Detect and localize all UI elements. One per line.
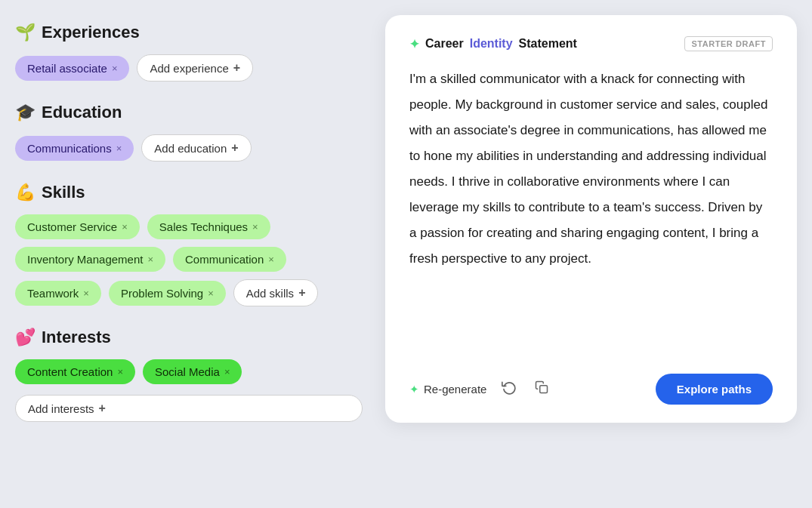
starter-draft-badge: STARTER DRAFT <box>684 36 773 51</box>
skills-emoji: 💪 <box>15 183 36 202</box>
skills-title: 💪 Skills <box>15 183 363 202</box>
tag-problem-solving-label: Problem Solving <box>121 287 203 300</box>
tag-communications-close[interactable]: × <box>116 143 122 154</box>
add-experience-label: Add experience <box>150 62 228 75</box>
skills-section: 💪 Skills Customer Service × Sales Techni… <box>15 183 363 306</box>
experiences-section: 🌱 Experiences Retail associate × Add exp… <box>15 23 363 82</box>
tag-communication-label: Communication <box>185 253 264 266</box>
tag-social-media-label: Social Media <box>155 365 220 378</box>
tag-social-media-close[interactable]: × <box>224 366 230 377</box>
skills-tags-row: Customer Service × Sales Techniques × In… <box>15 214 363 306</box>
footer-left-actions: ✦ Re-generate <box>409 377 551 402</box>
education-title-text: Education <box>42 103 122 122</box>
tag-sales-techniques-label: Sales Techniques <box>159 220 248 233</box>
tag-problem-solving[interactable]: Problem Solving × <box>109 281 226 306</box>
tag-social-media[interactable]: Social Media × <box>143 359 242 384</box>
tag-inventory-management[interactable]: Inventory Management × <box>15 247 165 272</box>
experiences-title: 🌱 Experiences <box>15 23 363 42</box>
add-skills-plus: + <box>298 286 305 300</box>
add-experience-button[interactable]: Add experience + <box>137 54 253 82</box>
add-interests-plus: + <box>99 402 106 415</box>
card-title-statement: Statement <box>519 37 577 51</box>
tag-communications-label: Communications <box>27 142 112 155</box>
education-title: 🎓 Education <box>15 103 363 122</box>
regenerate-label: Re-generate <box>424 383 486 396</box>
regenerate-button[interactable]: ✦ Re-generate <box>409 383 486 396</box>
add-skills-button[interactable]: Add skills + <box>233 279 319 306</box>
explore-paths-button[interactable]: Explore paths <box>656 374 773 405</box>
card-header: ✦ Career Identity Statement STARTER DRAF… <box>409 36 773 51</box>
tag-communication[interactable]: Communication × <box>173 247 286 272</box>
add-education-label: Add education <box>154 142 227 155</box>
card-footer: ✦ Re-generate Explore paths <box>409 362 773 405</box>
tag-sales-techniques[interactable]: Sales Techniques × <box>147 214 270 239</box>
education-emoji: 🎓 <box>15 103 36 122</box>
tag-inventory-management-label: Inventory Management <box>27 253 143 266</box>
tag-sales-techniques-close[interactable]: × <box>252 221 258 232</box>
tag-teamwork-label: Teamwork <box>27 287 79 300</box>
left-panel: 🌱 Experiences Retail associate × Add exp… <box>15 15 363 451</box>
tag-retail-associate[interactable]: Retail associate × <box>15 56 129 81</box>
add-interests-label: Add interests <box>28 402 94 415</box>
card-title-career: Career <box>425 37 464 51</box>
tag-content-creation[interactable]: Content Creation × <box>15 359 135 384</box>
tag-retail-associate-label: Retail associate <box>27 62 107 75</box>
interests-tags-row: Content Creation × Social Media × Add in… <box>15 359 363 422</box>
interests-title-text: Interests <box>42 328 111 347</box>
card-title-identity: Identity <box>470 37 513 51</box>
card-title-icon: ✦ <box>409 37 419 51</box>
tag-content-creation-label: Content Creation <box>27 365 113 378</box>
tag-content-creation-close[interactable]: × <box>117 366 123 377</box>
copy-button[interactable] <box>532 377 551 401</box>
regenerate-icon: ✦ <box>409 383 419 396</box>
skills-title-text: Skills <box>42 183 85 202</box>
interests-title: 💕 Interests <box>15 328 363 347</box>
experiences-tags-row: Retail associate × Add experience + <box>15 54 363 82</box>
card-body: I'm a skilled communicator with a knack … <box>409 66 773 343</box>
card-title: ✦ Career Identity Statement <box>409 37 577 51</box>
tag-customer-service-label: Customer Service <box>27 220 117 233</box>
tag-communication-close[interactable]: × <box>268 254 274 265</box>
tag-communications[interactable]: Communications × <box>15 136 134 161</box>
tag-customer-service-close[interactable]: × <box>122 221 128 232</box>
add-experience-plus: + <box>233 61 240 75</box>
tag-teamwork-close[interactable]: × <box>83 288 89 299</box>
experiences-emoji: 🌱 <box>15 23 36 42</box>
education-section: 🎓 Education Communications × Add educati… <box>15 103 363 162</box>
experiences-title-text: Experiences <box>42 23 140 42</box>
education-tags-row: Communications × Add education + <box>15 134 363 162</box>
add-interests-button[interactable]: Add interests + <box>15 395 363 422</box>
interests-section: 💕 Interests Content Creation × Social Me… <box>15 328 363 422</box>
career-identity-card: ✦ Career Identity Statement STARTER DRAF… <box>385 15 797 423</box>
tag-retail-associate-close[interactable]: × <box>112 63 118 74</box>
add-education-plus: + <box>231 141 238 155</box>
tag-teamwork[interactable]: Teamwork × <box>15 281 101 306</box>
tag-customer-service[interactable]: Customer Service × <box>15 214 140 239</box>
add-education-button[interactable]: Add education + <box>141 134 251 162</box>
add-skills-label: Add skills <box>246 287 294 300</box>
history-button[interactable] <box>499 377 520 402</box>
svg-rect-0 <box>540 386 548 393</box>
interests-emoji: 💕 <box>15 328 36 347</box>
tag-problem-solving-close[interactable]: × <box>208 288 214 299</box>
tag-inventory-management-close[interactable]: × <box>147 254 153 265</box>
